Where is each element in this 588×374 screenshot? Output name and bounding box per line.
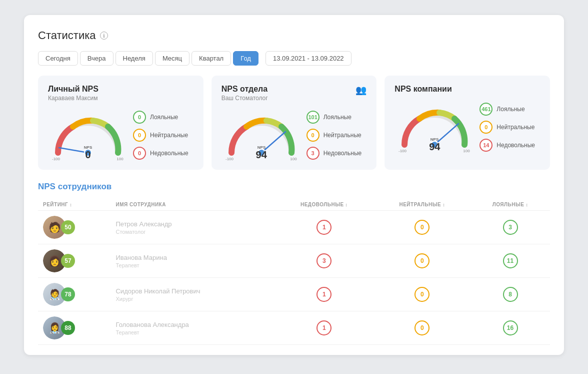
rating-badge-2: 78 — [61, 287, 75, 301]
legend-disloyal-dept: 3 Недовольные — [306, 147, 362, 160]
neutral-badge-company: 0 — [480, 121, 492, 134]
tab-week[interactable]: Неделя — [116, 51, 153, 66]
gauge-personal: -100 100 NPS 0 — [48, 108, 128, 163]
rating-badge-3: 88 — [61, 321, 75, 335]
nps-legend-dept: 101 Лояльные 0 Нейтральные 3 Недовольные — [306, 111, 362, 160]
tab-month[interactable]: Месяц — [155, 51, 190, 66]
emp-name-main-3: Голованова Александра — [116, 321, 269, 328]
neutral-label-company: Нейтральные — [496, 124, 534, 131]
nps-cards-row: Личный NPS Караваев Максим — [38, 76, 550, 170]
legend-neutral-dept: 0 Нейтральные — [306, 129, 362, 142]
disloyal-cell-3: 1 — [274, 311, 374, 345]
gauge-department: -100 100 NPS 94 — [222, 108, 302, 163]
table-row: 👩 57 Иванова Марина Терапевт 3 0 11 — [38, 244, 550, 278]
neutral-cell-2: 0 — [374, 278, 470, 311]
page-title: Статистика — [38, 29, 96, 42]
tab-today[interactable]: Сегодня — [38, 51, 78, 66]
emp-name-main-0: Петров Александр — [116, 220, 269, 228]
rating-cell-3: 👩‍⚕️ 88 — [38, 311, 110, 345]
legend-disloyal-personal: 0 Недовольные — [133, 147, 188, 160]
employees-table: РЕЙТИНГ ↕ ИМЯ СОТРУДНИКА НЕДОВОЛЬНЫЕ ↕ — [38, 199, 550, 345]
emp-name-sub-3: Терапевт — [116, 329, 269, 335]
emp-name-cell-0: Петров Александр Стоматолог — [110, 211, 274, 244]
gauge-company: -100 100 NPS 94 — [394, 100, 474, 155]
legend-loyal-company: 461 Лояльные — [480, 103, 535, 116]
svg-text:100: 100 — [290, 157, 297, 161]
tabs-row: Сегодня Вчера Неделя Месяц Квартал Год 1… — [38, 51, 550, 66]
disloyal-cell-1: 3 — [274, 244, 374, 278]
nps-card-personal-subtitle: Караваев Максим — [48, 95, 194, 102]
loyal-count-3: 16 — [503, 320, 518, 335]
legend-loyal-dept: 101 Лояльные — [306, 111, 362, 124]
disloyal-label-company: Недовольные — [496, 142, 535, 149]
emp-name-sub-1: Терапевт — [116, 262, 269, 268]
col-disloyal[interactable]: НЕДОВОЛЬНЫЕ ↕ — [274, 199, 374, 211]
neutral-label-dept: Нейтральные — [324, 132, 362, 139]
legend-loyal-personal: 0 Лояльные — [133, 111, 188, 124]
loyal-cell-2: 8 — [470, 278, 550, 311]
nps-legend-personal: 0 Лояльные 0 Нейтральные 0 Недовольные — [133, 111, 188, 160]
neutral-count-2: 0 — [414, 287, 430, 302]
disloyal-badge-personal: 0 — [133, 147, 146, 160]
neutral-label: Нейтральные — [150, 132, 188, 139]
nps-card-dept-body: -100 100 NPS 94 101 Лояльные 0 Нейтральн… — [222, 108, 367, 163]
emp-name-main-2: Сидоров Николай Петрович — [116, 287, 269, 295]
nps-card-personal: Личный NPS Караваев Максим — [38, 76, 204, 170]
disloyal-count-3: 1 — [316, 320, 332, 335]
main-card: Статистика ℹ Сегодня Вчера Неделя Месяц … — [24, 15, 564, 355]
page-header: Статистика ℹ — [38, 29, 550, 42]
loyal-count-0: 3 — [503, 220, 518, 235]
tab-yesterday[interactable]: Вчера — [80, 51, 114, 66]
disloyal-count-1: 3 — [316, 253, 332, 268]
nps-card-company-body: -100 100 NPS 94 461 Лояльные 0 Нейтральн… — [394, 100, 540, 155]
col-rating[interactable]: РЕЙТИНГ ↕ — [38, 199, 110, 211]
nps-card-dept-title: NPS отдела — [222, 85, 268, 94]
disloyal-count-0: 1 — [316, 220, 332, 235]
disloyal-count-2: 1 — [316, 287, 332, 302]
table-row: 🧑 50 Петров Александр Стоматолог 1 0 3 — [38, 211, 550, 244]
loyal-badge-personal: 0 — [133, 111, 146, 124]
rating-badge-1: 57 — [61, 254, 75, 268]
employees-section: NPS сотрудников РЕЙТИНГ ↕ ИМЯ СОТРУДНИКА — [38, 182, 550, 345]
nps-card-personal-title: Личный NPS — [48, 85, 194, 94]
nps-card-dept-subtitle: Ваш Стоматолог — [222, 95, 268, 102]
team-icon[interactable]: 👥 — [356, 85, 366, 96]
table-header-row: РЕЙТИНГ ↕ ИМЯ СОТРУДНИКА НЕДОВОЛЬНЫЕ ↕ — [38, 199, 550, 211]
disloyal-label: Недовольные — [150, 150, 188, 157]
sort-icon-rating: ↕ — [70, 202, 72, 207]
gauge-company-score: 94 — [429, 141, 440, 153]
sort-icon-neutral: ↕ — [442, 202, 445, 207]
emp-name-sub-0: Стоматолог — [116, 229, 269, 235]
emp-name-main-1: Иванова Марина — [116, 254, 269, 261]
loyal-label: Лояльные — [150, 114, 178, 121]
loyal-badge-company: 461 — [480, 103, 492, 116]
neutral-badge-personal: 0 — [133, 129, 146, 142]
nps-card-company: NPS компании -100 100 NPS — [384, 76, 550, 170]
emp-name-cell-2: Сидоров Николай Петрович Хирург — [110, 278, 274, 311]
svg-text:100: 100 — [116, 157, 124, 161]
col-name: ИМЯ СОТРУДНИКА — [110, 199, 274, 211]
emp-name-sub-2: Хирург — [116, 296, 269, 302]
disloyal-cell-0: 1 — [274, 211, 374, 244]
neutral-cell-1: 0 — [374, 244, 470, 278]
date-range: 13.09.2021 - 13.09.2022 — [266, 51, 352, 66]
emp-name-cell-1: Иванова Марина Терапевт — [110, 244, 274, 278]
legend-neutral-personal: 0 Нейтральные — [133, 129, 188, 142]
tab-quarter[interactable]: Квартал — [192, 51, 231, 66]
sort-icon-disloyal: ↕ — [346, 202, 348, 207]
nps-card-department: NPS отдела Ваш Стоматолог 👥 — [212, 76, 377, 170]
info-icon[interactable]: ℹ — [100, 32, 108, 40]
svg-text:-100: -100 — [52, 157, 60, 161]
col-neutral[interactable]: НЕЙТРАЛЬНЫЕ ↕ — [374, 199, 470, 211]
loyal-cell-3: 16 — [470, 311, 550, 345]
col-loyal[interactable]: ЛОЯЛЬНЫЕ ↕ — [470, 199, 550, 211]
neutral-count-0: 0 — [414, 220, 430, 235]
nps-card-company-title: NPS компании — [394, 85, 540, 94]
legend-neutral-company: 0 Нейтральные — [480, 121, 535, 134]
gauge-dept-score: 94 — [256, 149, 267, 161]
loyal-label-dept: Лояльные — [324, 114, 352, 121]
loyal-count-1: 11 — [503, 253, 518, 268]
loyal-badge-dept: 101 — [306, 111, 320, 124]
rating-cell-1: 👩 57 — [38, 244, 110, 278]
tab-year[interactable]: Год — [233, 51, 258, 66]
